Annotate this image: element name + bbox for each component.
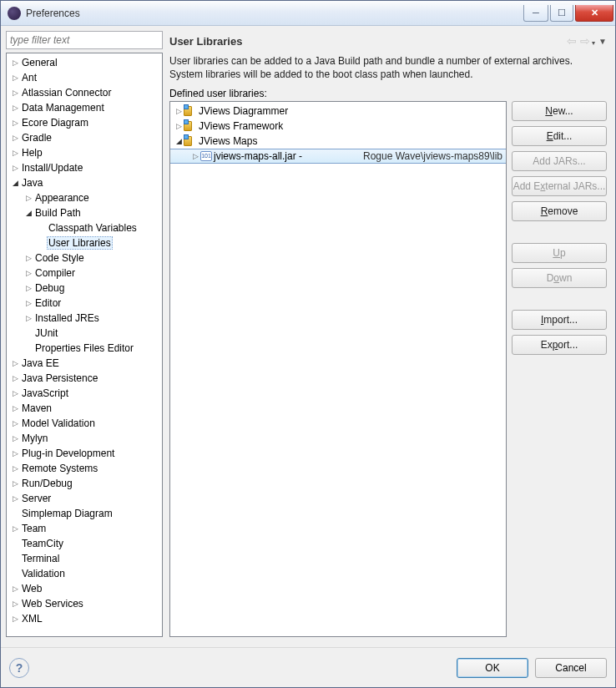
import-button[interactable]: Import... [512, 310, 607, 330]
tree-item-installed-jres[interactable]: ▷Installed JREs [7, 311, 162, 326]
expand-icon[interactable]: ▷ [10, 89, 20, 97]
collapse-icon[interactable]: ◢ [174, 137, 184, 145]
expand-icon[interactable]: ▷ [10, 584, 20, 593]
expand-icon[interactable]: ▷ [23, 284, 33, 292]
tree-item-appearance[interactable]: ▷Appearance [7, 190, 162, 205]
expand-icon[interactable]: ▷ [10, 419, 20, 427]
tree-item-editor[interactable]: ▷Editor [7, 296, 162, 311]
tree-item-xml[interactable]: ▷XML [7, 611, 162, 626]
expand-icon[interactable]: ▷ [174, 107, 184, 115]
tree-item-install-update[interactable]: ▷Install/Update [7, 160, 162, 175]
library-item[interactable]: ◢JViews Maps [170, 134, 506, 149]
expand-icon[interactable]: ▷ [10, 479, 20, 488]
tree-item-gradle[interactable]: ▷Gradle [7, 130, 162, 145]
expand-icon[interactable]: ▷ [10, 73, 20, 82]
tree-item-terminal[interactable]: Terminal [7, 551, 162, 566]
tree-item-web[interactable]: ▷Web [7, 581, 162, 596]
ok-button[interactable]: OK [457, 658, 528, 678]
tree-item-compiler[interactable]: ▷Compiler [7, 266, 162, 281]
tree-item-build-path[interactable]: ◢Build Path [7, 205, 162, 220]
tree-item-ecore-diagram[interactable]: ▷Ecore Diagram [7, 115, 162, 130]
tree-item-code-style[interactable]: ▷Code Style [7, 250, 162, 266]
tree-item-java-ee[interactable]: ▷Java EE [7, 356, 162, 371]
expand-icon[interactable]: ▷ [23, 314, 33, 322]
expand-icon[interactable]: ▷ [10, 58, 20, 67]
expand-icon[interactable]: ▷ [10, 104, 20, 112]
expand-icon[interactable]: ▷ [23, 269, 33, 277]
expand-icon[interactable]: ▷ [23, 194, 33, 202]
expand-icon[interactable]: ▷ [10, 434, 20, 443]
new-button[interactable]: New... [512, 101, 607, 121]
expand-icon[interactable]: ▷ [10, 599, 20, 608]
tree-item-user-libraries[interactable]: User Libraries [7, 235, 162, 250]
tree-item-simplemap-diagram[interactable]: Simplemap Diagram [7, 506, 162, 521]
expand-icon[interactable]: ▷ [10, 149, 20, 157]
tree-item-mylyn[interactable]: ▷Mylyn [7, 431, 162, 446]
expand-icon[interactable]: ▷ [23, 254, 33, 262]
expand-icon[interactable]: ▷ [23, 299, 33, 307]
tree-item-remote-systems[interactable]: ▷Remote Systems [7, 461, 162, 476]
export-button[interactable]: Export... [512, 335, 607, 355]
expand-icon[interactable]: ▷ [10, 449, 20, 458]
tree-item-classpath-variables[interactable]: Classpath Variables [7, 220, 162, 235]
down-button[interactable]: Down [512, 268, 607, 288]
collapse-icon[interactable]: ◢ [23, 209, 33, 217]
expand-icon[interactable]: ▷ [10, 615, 20, 623]
tree-item-data-management[interactable]: ▷Data Management [7, 100, 162, 115]
tree-item-help[interactable]: ▷Help [7, 145, 162, 160]
expand-icon[interactable]: ▷ [10, 359, 20, 367]
tree-item-run-debug[interactable]: ▷Run/Debug [7, 476, 162, 491]
expand-icon[interactable]: ▷ [10, 389, 20, 397]
tree-item-web-services[interactable]: ▷Web Services [7, 596, 162, 611]
tree-item-team[interactable]: ▷Team [7, 521, 162, 536]
help-icon[interactable]: ? [9, 658, 29, 678]
close-button[interactable]: ✕ [575, 5, 613, 22]
expand-icon[interactable]: ▷ [10, 164, 20, 172]
add-external-jars-button[interactable]: Add External JARs... [512, 176, 607, 196]
tree-item-maven[interactable]: ▷Maven [7, 401, 162, 416]
tree-item-debug[interactable]: ▷Debug [7, 281, 162, 296]
tree-item-ant[interactable]: ▷Ant [7, 70, 162, 85]
tree-item-atlassian-connector[interactable]: ▷Atlassian Connector [7, 85, 162, 100]
forward-arrow-icon[interactable]: ⇨ [580, 34, 595, 48]
maximize-button[interactable]: ☐ [550, 5, 573, 22]
expand-icon[interactable]: ▷ [10, 134, 20, 142]
expand-icon[interactable]: ▷ [10, 464, 20, 473]
tree-item-teamcity[interactable]: TeamCity [7, 536, 162, 551]
preferences-window: Preferences ─ ☐ ✕ ▷General▷Ant▷Atlassian… [0, 0, 616, 688]
expand-icon[interactable]: ▷ [10, 119, 20, 127]
tree-item-properties-files-editor[interactable]: Properties Files Editor [7, 341, 162, 356]
tree-item-label: Ecore Diagram [20, 117, 90, 129]
library-item[interactable]: ▷101jviews-maps-all.jar - Rogue Wave\jvi… [170, 149, 506, 164]
expand-icon[interactable]: ▷ [10, 374, 20, 382]
tree-item-plug-in-development[interactable]: ▷Plug-in Development [7, 446, 162, 461]
tree-item-junit[interactable]: JUnit [7, 326, 162, 341]
edit-button[interactable]: Edit... [512, 126, 607, 146]
remove-button[interactable]: Remove [512, 201, 607, 221]
titlebar[interactable]: Preferences ─ ☐ ✕ [1, 1, 615, 26]
expand-icon[interactable]: ▷ [190, 152, 200, 160]
minimize-button[interactable]: ─ [523, 5, 548, 22]
preferences-tree[interactable]: ▷General▷Ant▷Atlassian Connector▷Data Ma… [6, 53, 163, 637]
filter-input[interactable] [6, 31, 163, 49]
expand-icon[interactable]: ▷ [10, 524, 20, 533]
library-item[interactable]: ▷JViews Framework [170, 119, 506, 134]
tree-item-java[interactable]: ◢Java [7, 175, 162, 190]
back-arrow-icon[interactable]: ⇦ [567, 34, 577, 48]
expand-icon[interactable]: ▷ [174, 122, 184, 130]
view-menu-icon[interactable]: ▼ [598, 37, 607, 46]
tree-item-general[interactable]: ▷General [7, 55, 162, 70]
collapse-icon[interactable]: ◢ [10, 179, 20, 187]
tree-item-java-persistence[interactable]: ▷Java Persistence [7, 371, 162, 386]
expand-icon[interactable]: ▷ [10, 494, 20, 503]
libraries-tree[interactable]: ▷JViews Diagrammer▷JViews Framework◢JVie… [169, 101, 507, 637]
cancel-button[interactable]: Cancel [535, 658, 607, 678]
tree-item-javascript[interactable]: ▷JavaScript [7, 386, 162, 401]
expand-icon[interactable]: ▷ [10, 404, 20, 412]
tree-item-server[interactable]: ▷Server [7, 491, 162, 506]
library-item[interactable]: ▷JViews Diagrammer [170, 104, 506, 119]
tree-item-model-validation[interactable]: ▷Model Validation [7, 416, 162, 431]
up-button[interactable]: Up [512, 243, 607, 263]
tree-item-validation[interactable]: Validation [7, 566, 162, 581]
add-jars-button[interactable]: Add JARs... [512, 151, 607, 171]
